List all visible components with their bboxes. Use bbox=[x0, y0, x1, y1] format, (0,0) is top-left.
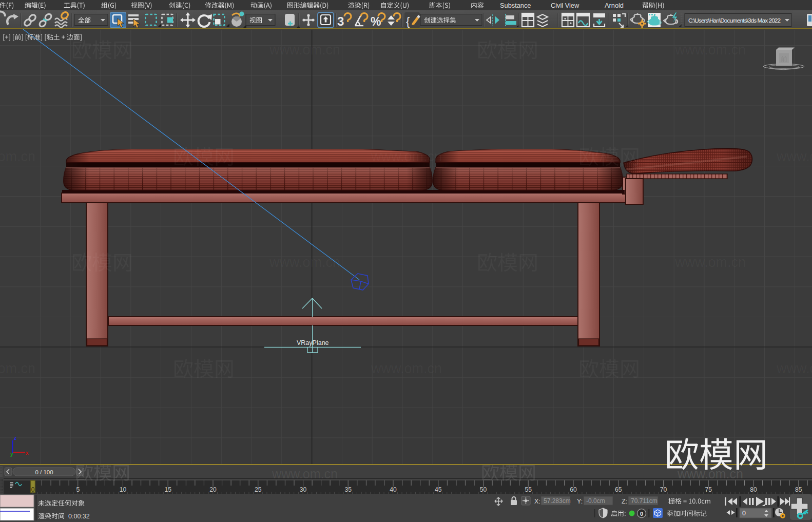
svg-text:70: 70 bbox=[660, 486, 667, 493]
svg-text:Civil View: Civil View bbox=[551, 2, 579, 9]
svg-text:Substance: Substance bbox=[500, 2, 531, 9]
svg-text:45: 45 bbox=[435, 486, 442, 493]
svg-text:0: 0 bbox=[640, 511, 643, 517]
svg-text:40: 40 bbox=[390, 486, 397, 493]
svg-text:57.283cm: 57.283cm bbox=[544, 497, 571, 505]
svg-text:-0.0cm: -0.0cm bbox=[586, 497, 605, 505]
svg-text:75: 75 bbox=[705, 486, 712, 493]
svg-text:0: 0 bbox=[742, 510, 746, 517]
svg-text:x: x bbox=[26, 450, 29, 456]
svg-text:70.711cm: 70.711cm bbox=[631, 497, 658, 505]
svg-text:www.om.cn: www.om.cn bbox=[371, 361, 442, 376]
svg-text:Arnold: Arnold bbox=[605, 2, 624, 9]
svg-text:60: 60 bbox=[570, 486, 577, 493]
svg-text:www.om.cn: www.om.cn bbox=[371, 149, 442, 164]
svg-text:65: 65 bbox=[615, 486, 622, 493]
svg-text:www.om.cn: www.om.cn bbox=[0, 361, 35, 376]
svg-text:www.om.cn: www.om.cn bbox=[269, 255, 340, 270]
svg-text:www.om.cn: www.om.cn bbox=[272, 467, 338, 481]
svg-text:85: 85 bbox=[795, 486, 802, 493]
svg-text:Y:: Y: bbox=[577, 498, 583, 505]
svg-text:0:00:32: 0:00:32 bbox=[68, 513, 90, 520]
svg-text:%: % bbox=[371, 15, 381, 28]
svg-text:C:\Users\Han\Documents\3ds Max: C:\Users\Han\Documents\3ds Max 2022 bbox=[688, 17, 781, 24]
svg-text:50: 50 bbox=[480, 486, 487, 493]
svg-text:www.om.cn: www.om.cn bbox=[776, 361, 812, 376]
svg-text:X:: X: bbox=[534, 498, 540, 505]
svg-text:VRayPlane: VRayPlane bbox=[297, 339, 329, 346]
svg-text:www.om.cn: www.om.cn bbox=[674, 42, 746, 57]
svg-text:3: 3 bbox=[337, 14, 344, 28]
svg-text:www.om.cn: www.om.cn bbox=[674, 255, 746, 270]
svg-text:www.om.cn: www.om.cn bbox=[776, 149, 812, 164]
svg-text:z: z bbox=[14, 435, 16, 441]
svg-text:55: 55 bbox=[525, 486, 532, 493]
svg-text:www.om.cn: www.om.cn bbox=[0, 149, 35, 164]
svg-text:{: { bbox=[406, 15, 410, 28]
svg-text:80: 80 bbox=[750, 486, 757, 493]
svg-text:y: y bbox=[10, 451, 13, 457]
svg-text:www.om.cn: www.om.cn bbox=[269, 42, 340, 57]
svg-text:Z:: Z: bbox=[622, 498, 627, 505]
